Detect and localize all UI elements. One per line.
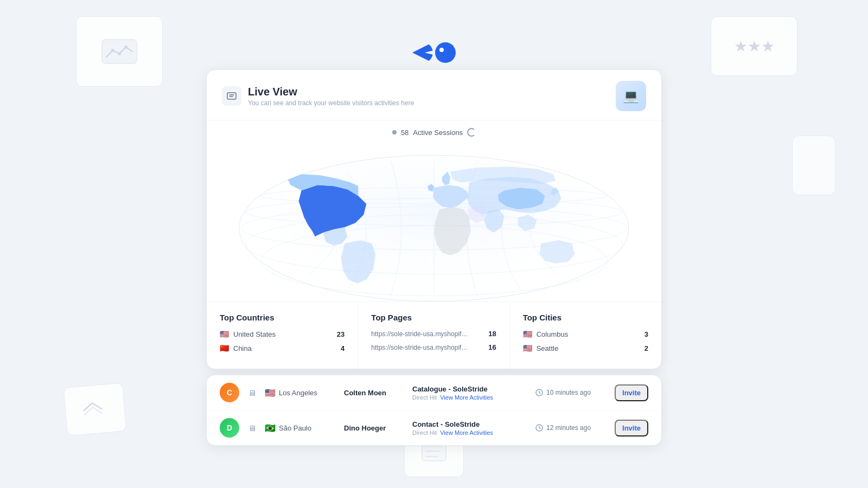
country-flag-0: 🇺🇸 xyxy=(220,330,229,338)
page-title-1: Contact - SoleStride xyxy=(412,420,527,428)
time-ago-0: 10 minutes ago xyxy=(546,389,591,396)
bg-deco-top-left xyxy=(76,16,163,87)
sessions-bar: 58 Active Sessions xyxy=(207,120,661,144)
page-source-1: Direct Hit xyxy=(412,429,437,436)
city-row-0-left: 🇺🇸 Columbus xyxy=(523,330,569,338)
page-url-0: https://sole-stride-usa.myshopify.com/p.… xyxy=(371,330,469,338)
page-source-0: Direct Hit xyxy=(412,394,437,401)
city-name-0: Columbus xyxy=(537,330,569,338)
header-illustration: 💻 xyxy=(616,81,646,111)
city-flag-0: 🇺🇸 xyxy=(523,330,532,338)
view-link-0[interactable]: View More Activities xyxy=(440,394,493,401)
clock-icon-1 xyxy=(535,424,543,432)
page-count-0: 18 xyxy=(488,330,496,338)
time-info-0: 10 minutes ago xyxy=(535,389,606,396)
sessions-count: 58 xyxy=(401,129,409,137)
city-row-1: 🇺🇸 Seattle 2 xyxy=(523,344,648,352)
time-ago-1: 12 minutes ago xyxy=(546,424,591,432)
city-name-1: Seattle xyxy=(537,344,558,352)
avatar-letter-0: C xyxy=(227,388,232,397)
panel-header-left: Live View You can see and track your web… xyxy=(222,86,414,107)
logo-area xyxy=(206,42,662,63)
city-0: Los Angeles xyxy=(279,389,317,397)
country-flag-1: 🇨🇳 xyxy=(220,344,229,352)
city-flag-1: 🇺🇸 xyxy=(523,344,532,352)
logo-right xyxy=(435,42,456,63)
page-info-1: Contact - SoleStride Direct Hit View Mor… xyxy=(412,420,527,436)
location-flag-0: 🇺🇸 xyxy=(265,388,276,398)
country-count-0: 23 xyxy=(337,330,344,338)
bg-deco-bottom-left xyxy=(63,382,126,436)
top-pages-title: Top Pages xyxy=(371,313,496,322)
svg-rect-8 xyxy=(227,93,236,99)
invite-btn-0[interactable]: Invite xyxy=(615,384,648,401)
panel-title-group: Live View You can see and track your web… xyxy=(248,86,414,107)
page-meta-0: Direct Hit View More Activities xyxy=(412,394,527,401)
clock-icon-0 xyxy=(535,389,543,396)
page-title-0: Catalogue - SoleStride xyxy=(412,385,527,393)
world-map-svg xyxy=(218,144,650,301)
top-countries-title: Top Countries xyxy=(220,313,344,322)
page-row-0-left: https://sole-stride-usa.myshopify.com/p.… xyxy=(371,330,469,338)
top-pages-column: Top Pages https://sole-stride-usa.myshop… xyxy=(358,302,509,369)
visitor-name-1: Dino Hoeger xyxy=(344,424,404,432)
country-name-0: United States xyxy=(233,330,276,338)
page-row-0: https://sole-stride-usa.myshopify.com/p.… xyxy=(371,330,496,338)
avatar-letter-1: D xyxy=(227,423,232,432)
location-0: 🇺🇸 Los Angeles xyxy=(265,388,335,398)
city-row-0: 🇺🇸 Columbus 3 xyxy=(523,330,648,338)
bg-deco-mid-right xyxy=(792,136,835,195)
country-count-1: 4 xyxy=(341,344,344,352)
top-cities-title: Top Cities xyxy=(523,313,648,322)
svg-rect-0 xyxy=(102,40,137,63)
city-row-1-left: 🇺🇸 Seattle xyxy=(523,344,558,352)
city-count-0: 3 xyxy=(644,330,648,338)
page-meta-1: Direct Hit View More Activities xyxy=(412,429,527,436)
location-flag-1: 🇧🇷 xyxy=(265,423,276,433)
panel-title: Live View xyxy=(248,86,414,98)
device-icon-0: 🖥 xyxy=(248,388,256,397)
location-1: 🇧🇷 São Paulo xyxy=(265,423,335,433)
page-row-1-left: https://sole-stride-usa.myshopify.com/ xyxy=(371,344,469,351)
visitor-name-0: Colten Moen xyxy=(344,389,404,397)
svg-point-2 xyxy=(118,52,121,55)
top-cities-column: Top Cities 🇺🇸 Columbus 3 🇺🇸 Seattle 2 xyxy=(510,302,661,369)
time-info-1: 12 minutes ago xyxy=(535,424,606,432)
city-1: São Paulo xyxy=(279,424,311,432)
logo-left xyxy=(412,42,433,63)
city-count-1: 2 xyxy=(644,344,648,352)
svg-point-1 xyxy=(111,49,114,52)
panel-header: Live View You can see and track your web… xyxy=(207,70,661,120)
refresh-icon[interactable] xyxy=(467,128,476,137)
top-countries-column: Top Countries 🇺🇸 United States 23 🇨🇳 Chi… xyxy=(207,302,358,369)
page-url-1: https://sole-stride-usa.myshopify.com/ xyxy=(371,344,469,351)
activity-row-0: C 🖥 🇺🇸 Los Angeles Colten Moen Catalogue… xyxy=(207,375,661,410)
sessions-dot xyxy=(392,130,397,134)
country-row-0-left: 🇺🇸 United States xyxy=(220,330,276,338)
avatar-1: D xyxy=(220,418,239,438)
header-icon xyxy=(222,86,241,106)
main-container: Live View You can see and track your web… xyxy=(206,42,662,446)
activity-card: C 🖥 🇺🇸 Los Angeles Colten Moen Catalogue… xyxy=(206,375,662,446)
world-map-area xyxy=(207,144,661,301)
panel-subtitle: You can see and track your website visit… xyxy=(248,99,414,107)
activity-row-1: D 🖥 🇧🇷 São Paulo Dino Hoeger Contact - S… xyxy=(207,410,661,445)
device-icon-1: 🖥 xyxy=(248,423,256,433)
logo xyxy=(412,42,456,63)
invite-btn-1[interactable]: Invite xyxy=(615,420,648,436)
country-row-0: 🇺🇸 United States 23 xyxy=(220,330,344,338)
page-info-0: Catalogue - SoleStride Direct Hit View M… xyxy=(412,385,527,401)
country-row-1: 🇨🇳 China 4 xyxy=(220,344,344,352)
sessions-label: Active Sessions xyxy=(413,129,463,137)
page-count-1: 16 xyxy=(488,343,496,351)
avatar-0: C xyxy=(220,383,239,402)
page-row-1: https://sole-stride-usa.myshopify.com/ 1… xyxy=(371,343,496,351)
country-name-1: China xyxy=(233,344,252,352)
bg-deco-top-right: ★★★ xyxy=(711,16,797,76)
stats-section: Top Countries 🇺🇸 United States 23 🇨🇳 Chi… xyxy=(207,301,661,369)
svg-point-3 xyxy=(124,46,127,49)
view-link-1[interactable]: View More Activities xyxy=(440,429,493,436)
panel-card: Live View You can see and track your web… xyxy=(206,69,662,369)
country-row-1-left: 🇨🇳 China xyxy=(220,344,252,352)
